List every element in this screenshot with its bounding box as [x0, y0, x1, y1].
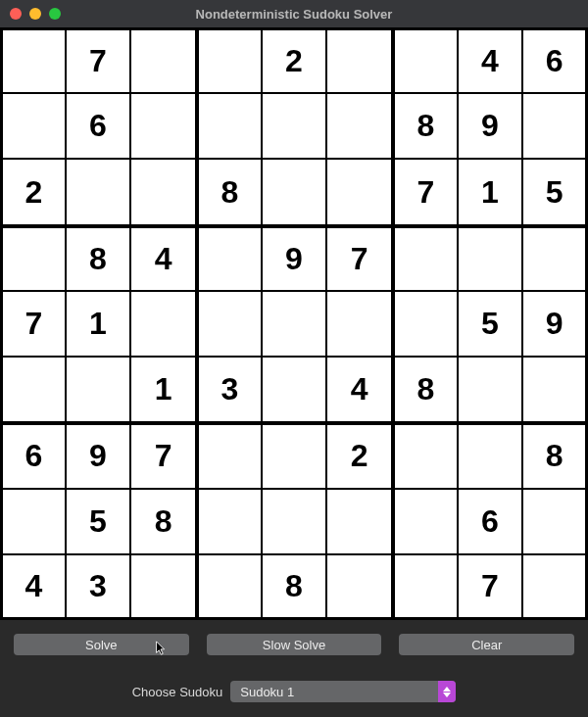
cell-r2-c0[interactable]: 2	[0, 159, 66, 224]
cell-r2-c2[interactable]	[130, 159, 196, 224]
cell-r5-c1[interactable]	[66, 357, 131, 422]
solve-button[interactable]: Solve	[14, 634, 189, 655]
slow-solve-button[interactable]: Slow Solve	[207, 634, 382, 655]
sudoku-board-container: 724668928715849771591348697285864387	[0, 27, 588, 620]
titlebar: Nondeterministic Sudoku Solver	[0, 0, 588, 27]
cell-r3-c3[interactable]	[196, 225, 262, 291]
cell-r4-c7[interactable]: 5	[458, 291, 523, 357]
cell-r5-c8[interactable]	[522, 357, 588, 422]
cell-r8-c7[interactable]: 7	[458, 554, 523, 620]
clear-button[interactable]: Clear	[399, 634, 574, 655]
cell-r3-c0[interactable]	[0, 225, 66, 291]
cell-r0-c3[interactable]	[196, 27, 262, 93]
cell-r8-c0[interactable]: 4	[0, 554, 66, 620]
cell-r3-c4[interactable]: 9	[262, 225, 327, 291]
cell-r3-c8[interactable]	[522, 225, 588, 291]
sudoku-select[interactable]: Sudoku 1	[230, 681, 456, 702]
cell-r8-c6[interactable]	[392, 554, 458, 620]
cell-r3-c1[interactable]: 8	[66, 225, 131, 291]
cell-r7-c2[interactable]: 8	[130, 489, 196, 554]
button-row: Solve Slow Solve Clear	[0, 620, 588, 663]
sudoku-board: 724668928715849771591348697285864387	[0, 27, 588, 620]
cell-r1-c8[interactable]	[522, 93, 588, 159]
cell-r0-c6[interactable]	[392, 27, 458, 93]
minimize-icon[interactable]	[29, 8, 41, 20]
cell-r4-c4[interactable]	[262, 291, 327, 357]
cell-r0-c7[interactable]: 4	[458, 27, 523, 93]
cell-r8-c5[interactable]	[326, 554, 392, 620]
cell-r6-c3[interactable]	[196, 422, 262, 488]
cell-r5-c5[interactable]: 4	[326, 357, 392, 422]
cell-r3-c6[interactable]	[392, 225, 458, 291]
cell-r4-c2[interactable]	[130, 291, 196, 357]
chooser-label: Choose Sudoku	[132, 685, 223, 699]
cell-r0-c5[interactable]	[326, 27, 392, 93]
cell-r7-c0[interactable]	[0, 489, 66, 554]
cell-r4-c3[interactable]	[196, 291, 262, 357]
cell-r8-c2[interactable]	[130, 554, 196, 620]
cell-r1-c5[interactable]	[326, 93, 392, 159]
window-controls	[10, 8, 61, 20]
cell-r7-c4[interactable]	[262, 489, 327, 554]
cell-r0-c1[interactable]: 7	[66, 27, 131, 93]
cell-r2-c5[interactable]	[326, 159, 392, 224]
cell-r1-c2[interactable]	[130, 93, 196, 159]
cell-r6-c4[interactable]	[262, 422, 327, 488]
chevron-updown-icon	[438, 681, 456, 702]
cell-r6-c2[interactable]: 7	[130, 422, 196, 488]
cell-r4-c5[interactable]	[326, 291, 392, 357]
cell-r5-c6[interactable]: 8	[392, 357, 458, 422]
cell-r2-c6[interactable]: 7	[392, 159, 458, 224]
chooser-row: Choose Sudoku Sudoku 1	[0, 663, 588, 717]
cell-r8-c8[interactable]	[522, 554, 588, 620]
cell-r7-c1[interactable]: 5	[66, 489, 131, 554]
cell-r4-c6[interactable]	[392, 291, 458, 357]
cell-r6-c5[interactable]: 2	[326, 422, 392, 488]
cell-r6-c7[interactable]	[458, 422, 523, 488]
cell-r8-c4[interactable]: 8	[262, 554, 327, 620]
cell-r6-c6[interactable]	[392, 422, 458, 488]
cell-r3-c2[interactable]: 4	[130, 225, 196, 291]
cell-r7-c6[interactable]	[392, 489, 458, 554]
select-value: Sudoku 1	[230, 685, 438, 699]
cell-r2-c1[interactable]	[66, 159, 131, 224]
cell-r1-c6[interactable]: 8	[392, 93, 458, 159]
cell-r1-c0[interactable]	[0, 93, 66, 159]
cell-r5-c3[interactable]: 3	[196, 357, 262, 422]
cell-r0-c2[interactable]	[130, 27, 196, 93]
cell-r0-c4[interactable]: 2	[262, 27, 327, 93]
cell-r8-c3[interactable]	[196, 554, 262, 620]
window-title: Nondeterministic Sudoku Solver	[10, 7, 578, 22]
cell-r4-c8[interactable]: 9	[522, 291, 588, 357]
cell-r1-c7[interactable]: 9	[458, 93, 523, 159]
cell-r4-c0[interactable]: 7	[0, 291, 66, 357]
cell-r6-c0[interactable]: 6	[0, 422, 66, 488]
cell-r2-c8[interactable]: 5	[522, 159, 588, 224]
cell-r0-c8[interactable]: 6	[522, 27, 588, 93]
cell-r5-c7[interactable]	[458, 357, 523, 422]
cell-r5-c4[interactable]	[262, 357, 327, 422]
cell-r4-c1[interactable]: 1	[66, 291, 131, 357]
cell-r8-c1[interactable]: 3	[66, 554, 131, 620]
cell-r1-c3[interactable]	[196, 93, 262, 159]
cell-r7-c3[interactable]	[196, 489, 262, 554]
cell-r2-c4[interactable]	[262, 159, 327, 224]
cell-r3-c5[interactable]: 7	[326, 225, 392, 291]
cell-r6-c8[interactable]: 8	[522, 422, 588, 488]
cell-r7-c7[interactable]: 6	[458, 489, 523, 554]
cell-r7-c8[interactable]	[522, 489, 588, 554]
cell-r1-c4[interactable]	[262, 93, 327, 159]
cell-r3-c7[interactable]	[458, 225, 523, 291]
cell-r2-c7[interactable]: 1	[458, 159, 523, 224]
cell-r2-c3[interactable]: 8	[196, 159, 262, 224]
cell-r1-c1[interactable]: 6	[66, 93, 131, 159]
cell-r0-c0[interactable]	[0, 27, 66, 93]
cell-r5-c2[interactable]: 1	[130, 357, 196, 422]
cell-r6-c1[interactable]: 9	[66, 422, 131, 488]
cell-r7-c5[interactable]	[326, 489, 392, 554]
close-icon[interactable]	[10, 8, 22, 20]
cell-r5-c0[interactable]	[0, 357, 66, 422]
maximize-icon[interactable]	[49, 8, 61, 20]
